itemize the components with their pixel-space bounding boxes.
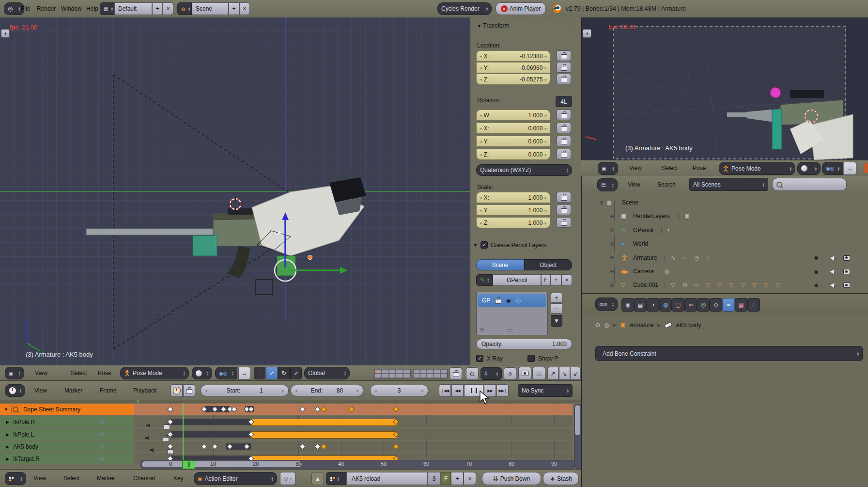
filters-dropdown[interactable]: ▽▴▾ (280, 472, 295, 485)
channel-name[interactable]: ▶IkPole.R⚙ (0, 416, 134, 427)
lock-playhead-button[interactable] (183, 384, 195, 397)
ae-menu-view[interactable]: View (33, 475, 46, 481)
cam-menu-pose[interactable]: Pose (693, 165, 706, 171)
tree-item-label[interactable]: Cube.001 (633, 282, 658, 288)
action-unlink-button[interactable]: × (464, 472, 476, 485)
v3d-menu-pose[interactable]: Pose (98, 370, 111, 376)
push-down-button[interactable]: ⇊Push Down (482, 472, 541, 485)
renderability-camera-icon[interactable] (843, 269, 850, 274)
paste-flipped-button[interactable]: ↙ (571, 367, 581, 380)
tab-object[interactable]: ▢ (672, 298, 684, 312)
tl-menu-playback[interactable]: Playback (133, 388, 157, 393)
transform-panel-header[interactable]: ▼ Transform (477, 22, 510, 29)
tl-menu-marker[interactable]: Marker (64, 388, 82, 393)
expand-toggle-icon[interactable]: ⊕ (610, 254, 614, 261)
gpencil-name-field[interactable]: GPencil (493, 274, 541, 286)
gpencil-layer-row[interactable]: GP ◉ ◍ (478, 294, 546, 307)
editor-type-properties[interactable]: ▤▥▴▾ (595, 298, 618, 311)
menu-file[interactable]: File (21, 6, 30, 12)
action-name-field[interactable]: AK5 reload (346, 472, 427, 485)
summary-toggle-button[interactable]: ▲ (311, 472, 324, 485)
gpencil-add-button[interactable]: + (551, 274, 561, 286)
wrench-icon[interactable]: ⚙ (99, 443, 105, 450)
rotation-field-W[interactable]: ◂W:1.000▸ (476, 110, 550, 121)
collapse-icon[interactable]: ▼ (4, 407, 8, 412)
add-bone-constraint-button[interactable]: Add Bone Constraint▴▾ (595, 346, 863, 361)
layer-add-small-icon[interactable]: ⊕ (480, 326, 484, 333)
tree-row-gpencil[interactable]: ⊕✎GPencil|• (582, 224, 868, 236)
scene-icon[interactable]: ◍▴▾ (177, 2, 192, 15)
layer-eye-icon[interactable]: ◉ (506, 298, 511, 304)
prev-keyframe-button[interactable]: ◀◀ (451, 384, 464, 397)
pin-icon[interactable]: ⊙ (595, 322, 600, 329)
viewport-3d[interactable]: z y + fps: 21.00 (3) Armature : AK5 body… (0, 17, 582, 365)
render-opengl-button[interactable] (518, 367, 531, 380)
cam-menu-view[interactable]: View (629, 165, 642, 171)
render-engine-dropdown[interactable]: Cycles Render▴▾ (437, 2, 492, 15)
dope-sheet[interactable]: ▼Dope Sheet Summary▶IkPole.R⚙▶IkPole.L⚙▶… (0, 403, 581, 470)
layer-lock-icon[interactable] (495, 299, 501, 304)
tree-item-label[interactable]: Armature (633, 254, 657, 261)
lock-icon[interactable] (557, 149, 571, 159)
viewport-camera[interactable]: + fps: 20.31 (3) Armature : AK5 body (581, 17, 868, 160)
lock-icon[interactable] (557, 192, 571, 203)
expand-toggle-icon[interactable]: ⊕ (610, 241, 614, 247)
pivot-dropdown[interactable]: ◉◎▴▾ (215, 367, 237, 379)
renderability-camera-icon[interactable] (843, 255, 850, 261)
tree-item-label[interactable]: World (633, 240, 648, 247)
rotation-field-X[interactable]: ◂X:0.000▸ (476, 123, 550, 134)
tab-world[interactable]: ◍ (659, 298, 672, 312)
gpencil-unlink-button[interactable]: × (561, 274, 572, 286)
visibility-eye-icon[interactable]: ◉ (814, 255, 819, 260)
pencil-icon[interactable]: ✎▴▾ (476, 274, 493, 286)
visibility-eye-icon[interactable]: ◉ (814, 269, 819, 274)
tab-scene[interactable]: Scene (476, 259, 524, 270)
tl-menu-frame[interactable]: Frame (100, 388, 117, 393)
renderability-camera-icon[interactable] (843, 283, 850, 288)
menu-help[interactable]: Help (86, 6, 98, 12)
vertical-scrollbar[interactable] (574, 404, 581, 469)
tab-scene[interactable]: ◑ (647, 298, 659, 312)
current-frame-field[interactable]: ◂3▸ (370, 385, 428, 396)
time-indicator-button[interactable] (170, 384, 183, 397)
ae-menu-select[interactable]: Select (63, 475, 79, 481)
tab-bone-constraint[interactable]: ∞ (722, 298, 735, 312)
copy-pose-button[interactable]: ↗ (547, 367, 558, 380)
stash-button[interactable]: ∗Stash (543, 472, 579, 485)
action-add-button[interactable]: + (451, 472, 464, 485)
lock-icon[interactable] (557, 217, 571, 228)
expand-icon[interactable]: ▶ (6, 420, 9, 424)
layers-grid-1[interactable] (374, 369, 411, 378)
expand-icon[interactable]: ▶ (6, 432, 9, 437)
wrench-icon[interactable]: ⚙ (99, 456, 105, 462)
manip-axis-button[interactable]: + (254, 367, 265, 379)
cam-menu-select[interactable]: Select (662, 165, 678, 171)
location-field-X[interactable]: ◂X:-0.12380▸ (476, 50, 550, 62)
ae-menu-channel[interactable]: Channel (133, 475, 155, 481)
scale-field-X[interactable]: ◂X:1.000▸ (476, 192, 550, 203)
rotation-field-Z[interactable]: ◂Z:0.000▸ (476, 149, 550, 160)
render-anim-button[interactable]: ◫ (532, 367, 545, 380)
selectability-cursor-icon[interactable] (830, 282, 836, 288)
tree-row-cube-001[interactable]: ⊕▽Cube.001|▽⚙∺▽▽▽▽▽▽▽◉ (582, 279, 868, 291)
tree-row-armature[interactable]: ⊕Armature|∿○◎▽◉ (582, 251, 868, 264)
action-users-count[interactable]: 3 (427, 472, 441, 485)
layer-remove-button[interactable]: − (551, 303, 562, 314)
layers-grid-2[interactable] (413, 369, 448, 378)
editor-type-3dview-cam[interactable]: ▣▴▾ (598, 162, 618, 175)
scale-field-Y[interactable]: ◂Y:1.000▸ (476, 204, 550, 216)
expand-toggle-icon[interactable]: ⊕ (610, 213, 614, 220)
fake-user-button[interactable]: F (541, 274, 551, 286)
editor-type-dopesheet[interactable]: ◆◆◆▴▾ (5, 472, 26, 485)
lock-icon[interactable] (557, 74, 571, 84)
region-expand-button[interactable]: + (1, 29, 10, 38)
selectability-cursor-icon[interactable] (830, 254, 836, 261)
scrollbar-thumb[interactable] (575, 405, 580, 435)
expand-icon[interactable]: ▶ (6, 456, 9, 461)
action-fake-user-button[interactable]: F (441, 472, 451, 485)
rotation-mode-dropdown[interactable]: Quaternion (WXYZ)▴▾ (476, 164, 572, 176)
mode-dropdown[interactable]: Pose Mode▴▾ (120, 367, 189, 379)
location-field-Z[interactable]: ◂Z:-0.05275▸ (476, 74, 550, 85)
menu-render[interactable]: Render (37, 6, 56, 12)
xray-toggle[interactable]: ✓X Ray (476, 355, 503, 362)
